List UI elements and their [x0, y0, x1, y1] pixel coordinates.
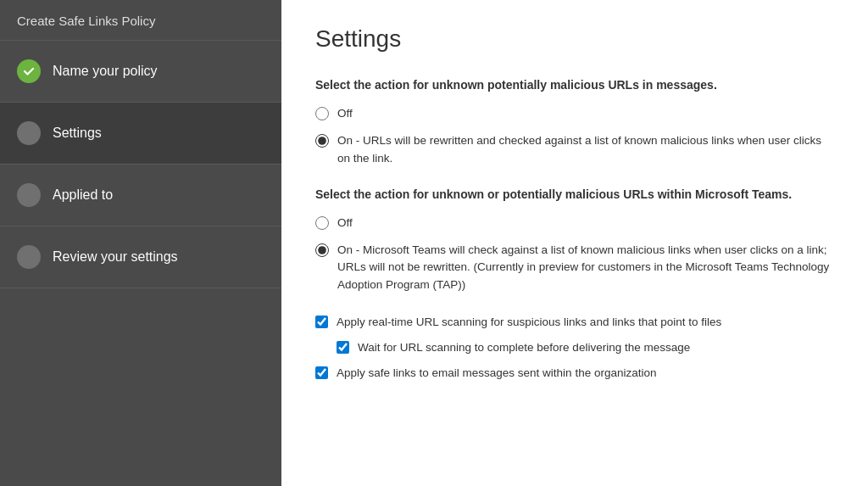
radio-option-on1[interactable]: On - URLs will be rewritten and checked …: [315, 132, 834, 167]
radio-off2[interactable]: [315, 216, 329, 230]
sidebar-item-name-policy[interactable]: Name your policy: [0, 41, 281, 103]
checkbox-label-safelinks: Apply safe links to email messages sent …: [337, 365, 656, 382]
radio-option-off2[interactable]: Off: [315, 215, 834, 232]
sidebar-item-applied-to[interactable]: Applied to: [0, 165, 281, 226]
radio-on2[interactable]: [315, 243, 329, 257]
checkbox-label-realtime: Apply real-time URL scanning for suspici…: [337, 314, 721, 331]
section1-question: Select the action for unknown potentiall…: [315, 78, 834, 92]
checkbox-label-wait: Wait for URL scanning to complete before…: [358, 339, 690, 356]
radio-label-off1: Off: [337, 105, 353, 122]
sidebar-item-label-review: Review your settings: [53, 249, 178, 265]
main-content: Settings Select the action for unknown p…: [281, 0, 868, 486]
radio-label-on2: On - Microsoft Teams will check against …: [337, 242, 834, 293]
main-title: Settings: [315, 25, 834, 53]
checkbox-realtime[interactable]: [315, 316, 328, 328]
sidebar-item-settings[interactable]: Settings: [0, 103, 281, 165]
step-icon-completed: [17, 59, 41, 83]
sidebar: Create Safe Links Policy Name your polic…: [0, 0, 281, 486]
sidebar-item-label-name-policy: Name your policy: [53, 64, 158, 79]
sidebar-item-label-settings: Settings: [53, 126, 102, 141]
checkbox-option-wait[interactable]: Wait for URL scanning to complete before…: [337, 339, 834, 356]
checkbox-option-realtime[interactable]: Apply real-time URL scanning for suspici…: [315, 314, 834, 331]
checkbox-safelinks[interactable]: [315, 366, 328, 379]
step-icon-pending-review: [17, 245, 41, 269]
step-icon-pending-settings: [17, 121, 41, 145]
step-icon-pending-applied: [17, 183, 41, 207]
checkboxes-section: Apply real-time URL scanning for suspici…: [315, 314, 834, 383]
radio-option-off1[interactable]: Off: [315, 105, 834, 122]
checkbox-option-safelinks[interactable]: Apply safe links to email messages sent …: [315, 365, 834, 382]
sidebar-item-label-applied-to: Applied to: [53, 187, 113, 203]
radio-label-off2: Off: [337, 215, 353, 232]
section2-question: Select the action for unknown or potenti…: [315, 187, 834, 201]
radio-option-on2[interactable]: On - Microsoft Teams will check against …: [315, 242, 834, 293]
sidebar-title: Create Safe Links Policy: [0, 0, 281, 41]
radio-on1[interactable]: [315, 134, 329, 148]
sidebar-item-review[interactable]: Review your settings: [0, 226, 281, 288]
radio-off1[interactable]: [315, 107, 329, 120]
checkbox-wait[interactable]: [337, 341, 349, 354]
section1: Select the action for unknown potentiall…: [315, 78, 834, 167]
section2: Select the action for unknown or potenti…: [315, 187, 834, 293]
radio-label-on1: On - URLs will be rewritten and checked …: [337, 132, 834, 167]
